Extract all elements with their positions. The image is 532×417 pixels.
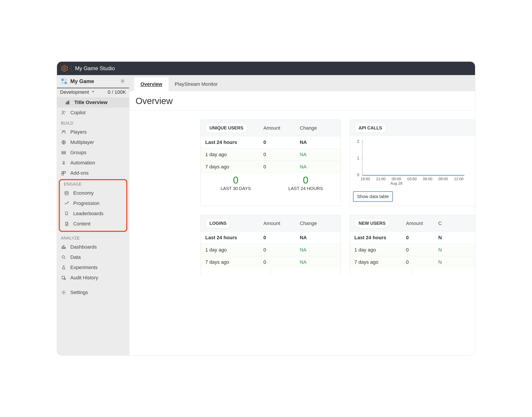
svg-point-1 bbox=[64, 67, 65, 69]
summary-divider bbox=[350, 268, 475, 275]
svg-rect-9 bbox=[69, 101, 69, 104]
row-change: NA bbox=[300, 152, 336, 157]
row-change: NA bbox=[300, 247, 336, 253]
leaderboards-icon bbox=[64, 211, 69, 216]
sidebar-item-label: Groups bbox=[70, 150, 86, 156]
sidebar-item-economy[interactable]: Economy bbox=[60, 188, 126, 198]
row-change: NA bbox=[300, 235, 336, 240]
sidebar-item-progression[interactable]: Progression bbox=[60, 198, 126, 208]
sidebar-item-label: Content bbox=[73, 221, 90, 227]
svg-rect-4 bbox=[61, 82, 64, 84]
tab-playstream-monitor[interactable]: PlayStream Monitor bbox=[169, 77, 224, 91]
automation-icon bbox=[61, 160, 66, 166]
svg-point-20 bbox=[65, 191, 68, 193]
svg-rect-7 bbox=[66, 103, 67, 104]
sidebar-item-label: Title Overview bbox=[74, 100, 108, 105]
table-row: Last 24 hours 0 NA bbox=[201, 136, 341, 148]
section-engage: ENGAGE bbox=[60, 180, 126, 188]
topbar-divider bbox=[71, 65, 71, 72]
tab-overview[interactable]: Overview bbox=[134, 77, 169, 91]
groups-icon bbox=[61, 150, 66, 155]
svg-rect-5 bbox=[65, 82, 67, 84]
row-label: Last 24 hours bbox=[205, 235, 263, 240]
page-title-bar: Overview bbox=[129, 91, 475, 111]
sidebar-item-experiments[interactable]: Experiments bbox=[57, 262, 129, 273]
game-name[interactable]: My Game bbox=[70, 78, 120, 84]
chevron-down-icon bbox=[91, 89, 95, 95]
row-amount: 0 bbox=[263, 164, 300, 170]
table-row: 7 days ago 0 NA bbox=[201, 161, 341, 173]
row-change: N bbox=[438, 247, 471, 253]
gear-icon[interactable] bbox=[120, 79, 126, 84]
api-chart: 2 1 0 18:00 21:00 00:00 03:0 bbox=[350, 136, 475, 188]
sidebar-item-label: Leaderboards bbox=[73, 211, 103, 217]
tabs: Overview PlayStream Monitor bbox=[129, 75, 475, 91]
row-label: 1 day ago bbox=[354, 247, 406, 253]
svg-point-11 bbox=[62, 131, 64, 132]
svg-point-10 bbox=[62, 111, 64, 113]
player-count: 0 / 100K bbox=[108, 89, 126, 95]
row-amount: 0 bbox=[263, 259, 300, 265]
overview-icon bbox=[65, 100, 70, 105]
col-change: Change bbox=[300, 125, 336, 131]
row-change: N bbox=[438, 259, 471, 265]
svg-rect-22 bbox=[63, 245, 64, 249]
sidebar-item-label: Progression bbox=[73, 200, 99, 206]
card-logins: LOGINS Amount Change Last 24 hours 0 NA bbox=[201, 215, 341, 275]
ytick: 0 bbox=[357, 173, 359, 177]
sidebar-item-players[interactable]: Players bbox=[57, 127, 129, 137]
sidebar-item-title-overview[interactable]: Title Overview bbox=[57, 97, 129, 108]
summary-big: 0 bbox=[201, 175, 271, 185]
card-unique-users: UNIQUE USERS Amount Change Last 24 hours… bbox=[201, 120, 341, 206]
sidebar-item-copilot[interactable]: Copilot bbox=[57, 108, 129, 118]
sidebar-item-leaderboards[interactable]: Leaderboards bbox=[60, 208, 126, 219]
sidebar-item-audit-history[interactable]: Audit History bbox=[57, 273, 129, 283]
engage-highlight-box: ENGAGE Economy Progression Leaderboards … bbox=[59, 179, 127, 232]
sidebar-item-groups[interactable]: Groups bbox=[57, 147, 129, 158]
row-label: 7 days ago bbox=[354, 259, 406, 265]
svg-rect-19 bbox=[62, 174, 63, 175]
players-icon bbox=[61, 129, 66, 135]
row-amount: 0 bbox=[406, 247, 438, 253]
sidebar-item-data[interactable]: Data bbox=[57, 252, 129, 262]
row-change: N bbox=[438, 235, 471, 240]
section-analyze: ANALYZE bbox=[57, 233, 129, 242]
environment-selector[interactable]: Development 0 / 100K bbox=[57, 88, 129, 97]
audit-icon bbox=[61, 275, 66, 281]
sidebar-item-label: Copilot bbox=[70, 110, 85, 116]
sidebar-item-automation[interactable]: Automation bbox=[57, 158, 129, 168]
row-amount: 0 bbox=[406, 259, 438, 265]
row-label: 7 days ago bbox=[205, 164, 263, 170]
studio-name[interactable]: My Game Studio bbox=[75, 65, 115, 72]
sidebar-item-multiplayer[interactable]: Multiplayer bbox=[57, 137, 129, 147]
row-change: NA bbox=[300, 259, 336, 265]
sidebar-item-label: Automation bbox=[70, 160, 95, 166]
table-row: 1 day ago 0 NA bbox=[201, 244, 341, 256]
topbar: My Game Studio bbox=[57, 62, 475, 75]
col-change: Change bbox=[300, 220, 336, 226]
summary-row: 0 LAST 30 DAYS 0 LAST 24 HOURS bbox=[201, 173, 341, 196]
row-label: Last 24 hours bbox=[205, 139, 263, 145]
card-title-pill: LOGINS bbox=[205, 218, 231, 228]
addons-icon bbox=[61, 170, 66, 176]
svg-point-6 bbox=[122, 80, 123, 82]
card-title-pill: UNIQUE USERS bbox=[205, 123, 248, 133]
sidebar-item-addons[interactable]: Add-ons bbox=[57, 168, 129, 178]
row-amount: 0 bbox=[406, 235, 438, 240]
svg-rect-18 bbox=[64, 172, 65, 173]
xtick: 06:00 bbox=[423, 177, 432, 181]
row-amount: 0 bbox=[263, 139, 300, 145]
show-data-table-button[interactable]: Show data table bbox=[353, 191, 393, 202]
app-frame: My Game Studio My Game bbox=[57, 62, 475, 355]
row-change: NA bbox=[300, 139, 336, 145]
sidebar-item-label: Experiments bbox=[70, 265, 98, 271]
svg-rect-8 bbox=[67, 101, 68, 104]
row-amount: 0 bbox=[263, 235, 300, 240]
svg-rect-17 bbox=[62, 172, 63, 173]
xtick: 09:00 bbox=[439, 177, 448, 181]
sidebar-item-dashboards[interactable]: Dashboards bbox=[57, 242, 129, 252]
sidebar-item-settings[interactable]: Settings bbox=[57, 287, 129, 298]
ytick: 2 bbox=[357, 139, 359, 144]
sidebar-item-label: Audit History bbox=[70, 275, 98, 281]
sidebar-item-content[interactable]: Content bbox=[60, 219, 126, 229]
